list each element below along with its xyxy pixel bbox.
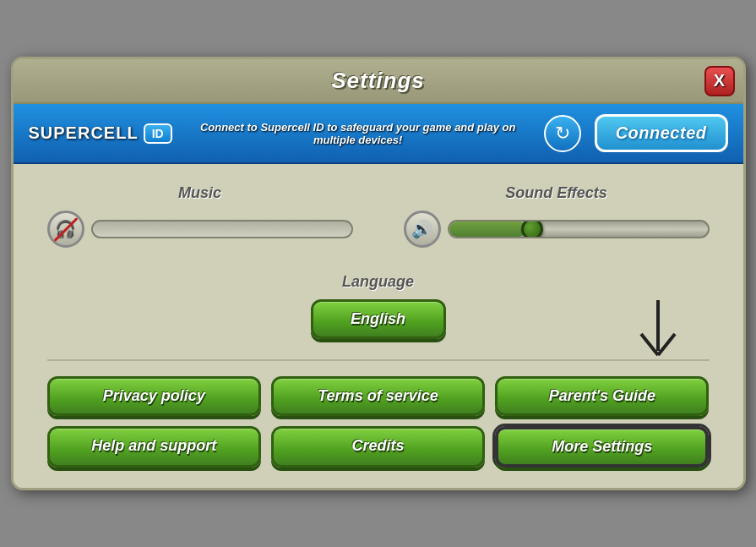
sfx-track[interactable]: [448, 220, 710, 238]
supercell-bar: SUPERCELL ID Connect to Supercell ID to …: [14, 104, 743, 164]
parents-guide-button[interactable]: Parent's Guide: [495, 376, 709, 416]
refresh-button[interactable]: ↻: [544, 115, 581, 152]
refresh-icon: ↻: [555, 123, 570, 145]
music-fill: [93, 222, 351, 237]
language-section: Language English: [47, 273, 710, 339]
sfx-icon: 🔊: [404, 211, 441, 248]
music-slider-row: 🎧: [47, 211, 353, 248]
close-button[interactable]: X: [704, 66, 735, 96]
supercell-id-badge: ID: [144, 123, 172, 144]
language-button[interactable]: English: [311, 299, 446, 339]
sliders-section: Music 🎧 Sound Effects 🔊: [47, 184, 710, 248]
language-label: Language: [342, 273, 414, 291]
supercell-description: Connect to Supercell ID to safeguard you…: [186, 121, 530, 146]
window-title: Settings: [331, 68, 425, 93]
help-support-button[interactable]: Help and support: [47, 426, 261, 468]
buttons-grid: Privacy policy Terms of service Parent's…: [47, 376, 710, 468]
parents-guide-container: Parent's Guide: [495, 376, 709, 416]
music-label: Music: [178, 184, 221, 202]
credits-button[interactable]: Credits: [271, 426, 485, 468]
divider: [47, 359, 710, 361]
music-emoji: 🎧: [55, 219, 76, 239]
main-content: Music 🎧 Sound Effects 🔊: [14, 164, 743, 488]
supercell-brand: SUPERCELL: [29, 123, 139, 143]
sfx-thumb: [521, 220, 543, 238]
connected-button[interactable]: Connected: [595, 114, 728, 152]
sfx-label: Sound Effects: [505, 184, 607, 202]
privacy-policy-button[interactable]: Privacy policy: [47, 376, 261, 416]
sfx-fill: [449, 222, 527, 237]
music-icon: 🎧: [47, 211, 84, 248]
sfx-emoji: 🔊: [411, 219, 432, 239]
sfx-slider-row: 🔊: [404, 211, 710, 248]
terms-of-service-button[interactable]: Terms of service: [271, 376, 485, 416]
supercell-logo: SUPERCELL ID: [29, 123, 172, 144]
music-slider-group: Music 🎧: [47, 184, 353, 248]
more-settings-button[interactable]: More Settings: [495, 426, 709, 468]
settings-window: Settings X SUPERCELL ID Connect to Super…: [11, 57, 746, 490]
sfx-slider-group: Sound Effects 🔊: [404, 184, 710, 248]
music-track[interactable]: [91, 220, 353, 238]
title-bar: Settings X: [14, 59, 743, 104]
